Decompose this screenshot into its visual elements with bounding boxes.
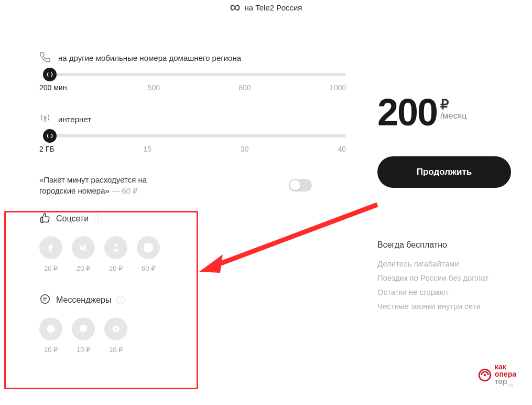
price-period: /месяц xyxy=(440,111,466,121)
minutes-slider-label: на другие мобильные номера домашнего рег… xyxy=(58,54,241,62)
svg-point-5 xyxy=(41,295,50,304)
svg-point-9 xyxy=(115,328,117,331)
internet-slider-block: интернет 2 ГБ 15 30 40 xyxy=(39,113,346,153)
right-column: 200 ₽ /месяц Продолжить Всегда бесплатно… xyxy=(377,51,511,359)
city-minutes-label: «Пакет минут расходуется на городские но… xyxy=(39,174,165,196)
facebook-icon[interactable] xyxy=(39,236,62,259)
vk-price: 20 ₽ xyxy=(77,264,90,272)
addon-viber: 10 ₽ xyxy=(72,317,95,354)
free-item-3: Честные звонки внутри сети xyxy=(377,302,511,311)
whatsapp-icon[interactable] xyxy=(39,317,62,340)
minutes-slider-ticks: 200 мин. 500 800 1000 xyxy=(39,83,346,92)
antenna-icon xyxy=(39,113,51,126)
facebook-price: 20 ₽ xyxy=(44,264,58,272)
tamtam-icon[interactable] xyxy=(104,317,127,340)
messengers-title: Мессенджеры xyxy=(56,295,111,305)
free-list: Делитесь гигабайтами Поездки по России б… xyxy=(377,259,511,311)
internet-slider-label: интернет xyxy=(58,115,91,124)
internet-tick-0: 2 ГБ xyxy=(39,145,54,153)
internet-slider-ticks: 2 ГБ 15 30 40 xyxy=(39,145,346,153)
svg-point-0 xyxy=(44,116,46,119)
minutes-tick-2: 800 xyxy=(238,83,251,92)
instagram-icon[interactable] xyxy=(137,236,160,259)
messengers-addons-section: Мессенджеры ? 10 ₽ 10 ₽ xyxy=(39,293,346,354)
messengers-help-icon[interactable]: ? xyxy=(116,296,125,304)
free-section: Всегда бесплатно Делитесь гигабайтами По… xyxy=(377,240,511,311)
internet-tick-1: 15 xyxy=(143,145,151,153)
header-bar: ∞ на Tele2 Россия xyxy=(0,0,532,15)
vk-icon[interactable] xyxy=(72,236,95,259)
minutes-tick-1: 500 xyxy=(148,83,160,92)
whatsapp-price: 10 ₽ xyxy=(44,346,58,354)
svg-point-1 xyxy=(114,244,117,247)
addon-whatsapp: 10 ₽ xyxy=(39,317,62,354)
header-label: на Tele2 Россия xyxy=(244,3,302,12)
minutes-slider-track[interactable] xyxy=(50,73,346,76)
ok-price: 20 ₽ xyxy=(109,264,123,272)
addon-facebook: 20 ₽ xyxy=(39,236,62,272)
viber-icon[interactable] xyxy=(72,317,95,340)
price-currency: ₽ xyxy=(440,98,466,111)
viber-price: 10 ₽ xyxy=(77,346,90,354)
addon-ok: 20 ₽ xyxy=(104,236,127,272)
tamtam-price: 10 ₽ xyxy=(109,346,123,354)
svg-rect-7 xyxy=(80,325,86,332)
internet-tick-3: 40 xyxy=(338,145,346,153)
free-item-1: Поездки по России без доплат xyxy=(377,273,511,282)
watermark-icon xyxy=(478,368,492,382)
internet-tick-2: 30 xyxy=(241,145,249,153)
infinity-icon: ∞ xyxy=(230,0,241,15)
continue-button[interactable]: Продолжить xyxy=(377,156,511,188)
free-item-0: Делитесь гигабайтами xyxy=(377,259,511,268)
minutes-slider-thumb[interactable] xyxy=(43,68,57,81)
social-addons-section: Соцсети ? 20 ₽ 20 ₽ xyxy=(39,212,346,272)
internet-slider-thumb[interactable] xyxy=(43,129,57,143)
addon-tamtam: 10 ₽ xyxy=(104,317,127,354)
minutes-tick-3: 1000 xyxy=(330,83,346,92)
internet-slider-track[interactable] xyxy=(50,134,346,137)
addon-vk: 20 ₽ xyxy=(72,236,95,272)
svg-point-13 xyxy=(484,374,486,376)
instagram-price: 60 ₽ xyxy=(142,264,155,272)
social-help-icon[interactable]: ? xyxy=(94,215,102,223)
watermark: как опера тор.ру xyxy=(478,363,516,387)
price-box: 200 ₽ /месяц xyxy=(377,93,511,131)
svg-point-4 xyxy=(150,245,151,246)
svg-point-6 xyxy=(47,325,54,332)
left-column: на другие мобильные номера домашнего рег… xyxy=(39,51,377,359)
phone-icon xyxy=(39,51,51,65)
city-minutes-toggle[interactable] xyxy=(289,179,312,191)
city-minutes-option: «Пакет минут расходуется на городские но… xyxy=(39,174,312,196)
addon-instagram: 60 ₽ xyxy=(137,236,160,272)
free-item-2: Остатки не сгорают xyxy=(377,287,511,296)
chat-icon xyxy=(39,293,51,307)
ok-icon[interactable] xyxy=(104,236,127,259)
social-title: Соцсети xyxy=(56,214,89,223)
price-amount: 200 xyxy=(377,93,437,131)
svg-point-3 xyxy=(147,246,150,250)
city-minutes-price: — 60 ₽ xyxy=(112,186,138,195)
watermark-text: как опера тор.ру xyxy=(495,363,516,387)
minutes-slider-block: на другие мобильные номера домашнего рег… xyxy=(39,51,346,92)
free-title: Всегда бесплатно xyxy=(377,240,511,250)
thumbs-up-icon xyxy=(39,212,51,226)
minutes-tick-0: 200 мин. xyxy=(39,83,69,92)
